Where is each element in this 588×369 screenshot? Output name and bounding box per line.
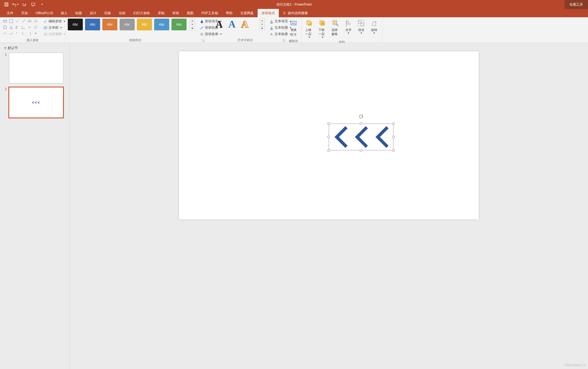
group-button[interactable]: 组合: [356, 18, 367, 35]
style-swatch[interactable]: Abc: [137, 19, 152, 30]
tab-file[interactable]: 文件: [3, 9, 17, 17]
tab-view[interactable]: 视图: [183, 9, 197, 17]
ribbon: 编辑形状 文本框 合并形状 插入形状 Abc Abc Abc Abc Abc A…: [0, 17, 588, 43]
resize-handle[interactable]: [392, 136, 395, 138]
shapes-gallery[interactable]: [2, 18, 38, 36]
group-label: 插入形状: [2, 37, 63, 43]
tab-review[interactable]: 审阅: [168, 9, 183, 17]
edit-shape-button[interactable]: 编辑形状: [42, 18, 67, 24]
group-label: 艺术字样式: [207, 37, 283, 43]
group-insert-shapes: 编辑形状 文本框 合并形状 插入形状: [0, 17, 66, 43]
svg-rect-24: [346, 23, 350, 25]
svg-point-5: [284, 12, 285, 14]
resize-handle[interactable]: [360, 122, 362, 125]
svg-rect-28: [372, 22, 376, 26]
svg-point-14: [201, 33, 203, 35]
tell-me-label: 操作说明搜索: [288, 11, 308, 16]
chevron-shapes: [330, 125, 392, 149]
save-button[interactable]: [3, 1, 10, 8]
resize-handle[interactable]: [392, 122, 395, 125]
group-shape-styles: Abc Abc Abc Abc Abc Abc Abc 形状填充 形状轮廓 形状…: [66, 17, 205, 43]
textbox-button[interactable]: 文本框: [42, 25, 67, 31]
style-swatch[interactable]: Abc: [171, 19, 187, 30]
tab-insert[interactable]: 插入: [57, 9, 71, 17]
resize-handle[interactable]: [327, 136, 330, 138]
dialog-launcher[interactable]: [282, 39, 285, 42]
tab-design[interactable]: 设计: [86, 9, 100, 17]
resize-handle[interactable]: [327, 149, 330, 152]
canvas[interactable]: [70, 43, 588, 369]
title-bar: 演示文稿1 - PowerPoint 绘图工具: [0, 0, 588, 9]
redo-button[interactable]: [21, 1, 28, 8]
style-swatch[interactable]: Abc: [68, 19, 83, 30]
style-swatch[interactable]: Abc: [85, 19, 100, 30]
selected-shape[interactable]: [329, 124, 393, 150]
watermark: CSDN @落水 zh: [564, 363, 585, 367]
chevron-icon: <<<: [32, 100, 40, 105]
tab-draw[interactable]: 绘图: [71, 9, 86, 17]
wordart-swatch[interactable]: A: [228, 18, 236, 30]
dialog-launcher[interactable]: [201, 39, 204, 42]
style-swatch[interactable]: Abc: [154, 19, 169, 30]
wordart-swatch[interactable]: A: [216, 18, 223, 30]
tab-transitions[interactable]: 切换: [100, 9, 115, 17]
tab-help[interactable]: 帮助: [222, 9, 236, 17]
alt-text-button[interactable]: 替换 文字: [288, 18, 299, 38]
svg-rect-16: [270, 29, 273, 30]
wordart-swatch[interactable]: A: [241, 18, 248, 30]
style-swatch[interactable]: Abc: [102, 19, 117, 30]
tab-home[interactable]: 开始: [17, 9, 32, 17]
tab-record[interactable]: 录制: [154, 9, 168, 17]
tab-pdf[interactable]: PDF工具箱: [197, 9, 222, 17]
undo-button[interactable]: [12, 1, 19, 8]
resize-handle[interactable]: [360, 149, 362, 152]
group-label: 形状样式: [68, 37, 202, 43]
group-accessibility: 替换 文字 辅助功能: [286, 17, 301, 43]
rotate-handle[interactable]: [358, 114, 364, 119]
svg-rect-10: [4, 26, 6, 29]
gallery-nav[interactable]: [260, 18, 265, 31]
selection-pane-button[interactable]: 选择窗格: [330, 18, 341, 37]
wordart-gallery[interactable]: A A A: [207, 18, 257, 30]
quick-access-toolbar: [0, 1, 49, 8]
svg-rect-17: [291, 21, 296, 25]
group-arrange: 上移一层 下移一层 选择窗格 对齐 组合 旋转 排列: [301, 17, 382, 43]
svg-rect-27: [358, 20, 364, 26]
tab-officeplus[interactable]: OfficePLUS: [32, 9, 57, 17]
slideshow-button[interactable]: [30, 1, 37, 8]
shape-style-gallery[interactable]: Abc Abc Abc Abc Abc Abc Abc: [68, 18, 195, 31]
group-wordart-styles: A A A 文本填充 文本轮廓 文本效果 艺术字样式: [205, 17, 286, 43]
ribbon-tabs: 文件 开始 OfficePLUS 插入 绘图 设计 切换 动画 幻灯片放映 录制…: [0, 9, 588, 17]
slide[interactable]: [179, 51, 479, 219]
slide-thumb-2[interactable]: 2 <<<: [3, 87, 66, 118]
tab-animations[interactable]: 动画: [115, 9, 129, 17]
svg-rect-21: [321, 22, 325, 26]
gallery-nav[interactable]: [190, 18, 195, 31]
tab-slideshow[interactable]: 幻灯片放映: [129, 9, 154, 17]
qat-more-button[interactable]: [38, 1, 46, 8]
tell-me[interactable]: 操作说明搜索: [279, 9, 312, 17]
slide-thumb-1[interactable]: 1: [3, 53, 66, 83]
thumbnail[interactable]: [9, 53, 63, 83]
rotate-button[interactable]: 旋转: [369, 18, 380, 35]
section-header[interactable]: 默认节: [3, 45, 66, 53]
slide-panel[interactable]: 默认节 1 2 <<<: [0, 43, 70, 369]
svg-rect-7: [9, 19, 13, 23]
svg-rect-4: [32, 3, 35, 5]
style-swatch[interactable]: Abc: [120, 19, 135, 30]
tab-baidu[interactable]: 百度网盘: [236, 9, 258, 17]
svg-point-3: [23, 3, 26, 6]
svg-rect-1: [6, 3, 7, 4]
resize-handle[interactable]: [327, 122, 330, 125]
align-button[interactable]: 对齐: [343, 18, 354, 35]
send-backward-button[interactable]: 下移一层: [317, 18, 328, 39]
svg-point-9: [34, 20, 37, 22]
svg-rect-8: [28, 20, 31, 22]
bring-forward-button[interactable]: 上移一层: [304, 18, 315, 39]
tab-shape-format[interactable]: 形状格式: [258, 9, 279, 17]
svg-rect-19: [307, 21, 311, 25]
resize-handle[interactable]: [392, 149, 395, 152]
svg-rect-23: [346, 21, 349, 22]
thumbnail[interactable]: <<<: [9, 87, 63, 118]
svg-rect-2: [5, 5, 8, 6]
